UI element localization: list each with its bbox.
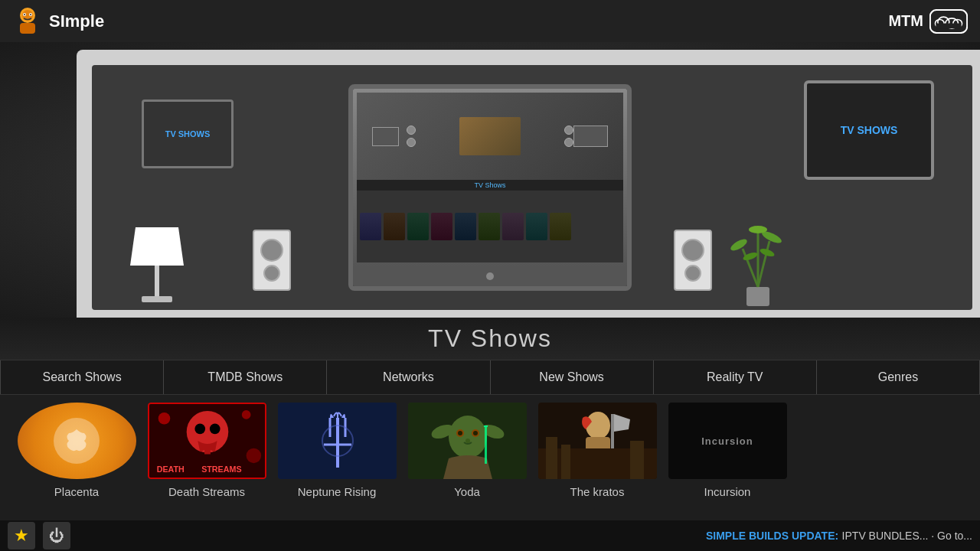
svg-rect-55 (630, 441, 644, 479)
death-streams-thumbnail: DEATH STREAMS (148, 403, 266, 479)
content-item-the-kratos[interactable]: The kratos (536, 403, 658, 498)
tv-speaker-right (564, 126, 573, 147)
nav-search-shows[interactable]: Search Shows (0, 360, 164, 394)
tv-banner (459, 117, 521, 155)
death-streams-label: Death Streams (168, 485, 245, 498)
bottom-bar: ★ ⏻ SIMPLE BUILDS UPDATE: IPTV BUNDLES..… (0, 520, 980, 551)
neptune-rising-thumbnail (278, 403, 397, 479)
svg-point-17 (729, 237, 749, 253)
svg-point-28 (246, 448, 260, 463)
power-icon: ⏻ (49, 527, 64, 545)
tv-thumb (384, 213, 405, 240)
logo-area: SImple (12, 6, 104, 37)
placenta-inner (54, 418, 100, 464)
svg-point-49 (586, 412, 610, 439)
svg-point-6 (30, 14, 31, 15)
star-button[interactable]: ★ (8, 522, 35, 549)
speaker-dot (407, 138, 416, 147)
svg-point-5 (24, 14, 25, 15)
tv-screen: TV Shows (353, 89, 627, 266)
lamp (130, 227, 184, 302)
lamp-foot (142, 296, 172, 302)
the-kratos-label: The kratos (570, 485, 625, 498)
app-logo-icon (12, 6, 43, 37)
speaker-woofer (260, 239, 283, 262)
content-item-neptune-rising[interactable]: Neptune Rising (276, 403, 398, 498)
nav-tmdb-shows[interactable]: TMDB Shows (164, 360, 327, 394)
speaker-tweeter (263, 265, 280, 282)
svg-line-15 (758, 241, 769, 287)
kratos-art (538, 403, 657, 479)
incursion-label: Incursion (704, 485, 751, 498)
room-background: ❀ TV SHOWS (0, 42, 980, 318)
speaker-left (253, 230, 291, 291)
tv-thumb (550, 213, 571, 240)
update-label: SIMPLE BUILDS UPDATE: (706, 530, 838, 542)
svg-text:DEATH: DEATH (156, 465, 184, 474)
tv-stand (353, 266, 627, 286)
speaker-dot (407, 126, 416, 135)
plant (727, 218, 789, 310)
content-item-yoda[interactable]: Yoda (406, 403, 528, 498)
death-streams-art: DEATH STREAMS (148, 403, 266, 479)
nav-genres[interactable]: Genres (817, 360, 980, 394)
nav-reality-tv[interactable]: Reality TV (654, 360, 817, 394)
svg-point-45 (466, 439, 470, 443)
tv-shows-label: TV Shows (357, 180, 623, 191)
mtm-area: MTM (888, 9, 968, 34)
svg-rect-53 (546, 437, 557, 479)
update-text-area: SIMPLE BUILDS UPDATE: IPTV BUNDLES... · … (78, 529, 972, 543)
speaker-tweeter (684, 265, 701, 282)
tv-thumbs-row (357, 191, 623, 262)
content-item-incursion[interactable]: Incursion Incursion (666, 403, 789, 498)
content-item-death-streams[interactable]: DEATH STREAMS Death Streams (145, 403, 268, 498)
tv-thumb (502, 213, 524, 240)
svg-point-27 (241, 410, 250, 419)
svg-text:STREAMS: STREAMS (201, 465, 241, 474)
incursion-art: Incursion (668, 403, 787, 479)
big-tv-right-label: TV SHOWS (841, 124, 898, 136)
yoda-thumbnail (408, 403, 527, 479)
star-icon: ★ (14, 526, 29, 546)
mtm-label: MTM (888, 12, 923, 30)
tv-thumb (431, 213, 452, 240)
small-tv-left: TV SHOWS (142, 99, 234, 168)
svg-point-44 (473, 431, 478, 435)
svg-rect-47 (484, 425, 488, 427)
speaker-dot (564, 138, 573, 147)
yoda-art (408, 403, 527, 479)
nav-networks[interactable]: Networks (327, 360, 490, 394)
lamp-base (155, 266, 159, 296)
neptune-art (278, 403, 397, 479)
svg-rect-12 (936, 23, 961, 28)
speaker-body-right (674, 230, 712, 291)
speaker-right (674, 230, 712, 291)
small-tv-left-label: TV SHOWS (165, 129, 211, 139)
nav-bar: Search Shows TMDB Shows Networks New Sho… (0, 360, 980, 395)
tv-screen-inner: TV Shows (357, 93, 623, 262)
power-button[interactable]: ⏻ (43, 522, 70, 549)
tv-stand-dot (486, 272, 494, 280)
svg-point-43 (458, 431, 462, 435)
app-name: SImple (49, 11, 104, 31)
svg-rect-46 (485, 425, 487, 464)
tv-box-left (372, 127, 399, 146)
svg-point-19 (749, 226, 767, 233)
incursion-label-art: Incursion (701, 435, 753, 447)
placenta-thumb-art (18, 403, 136, 479)
cloud-icon[interactable] (929, 9, 968, 34)
neptune-rising-label: Neptune Rising (298, 485, 377, 498)
svg-rect-13 (746, 287, 769, 306)
tv-thumb (526, 213, 547, 240)
svg-point-25 (209, 424, 220, 435)
tv-box-right (573, 126, 608, 147)
placenta-thumbnail (18, 403, 136, 479)
svg-point-26 (158, 412, 170, 425)
content-item-placenta[interactable]: Placenta (15, 403, 138, 498)
nav-new-shows[interactable]: New Shows (491, 360, 654, 394)
title-bar: TV Shows (0, 318, 980, 360)
placenta-label: Placenta (54, 485, 99, 498)
tv-monitor-center: TV Shows (348, 84, 632, 291)
kratos-thumbnail (538, 403, 657, 479)
tv-thumb (479, 213, 500, 240)
